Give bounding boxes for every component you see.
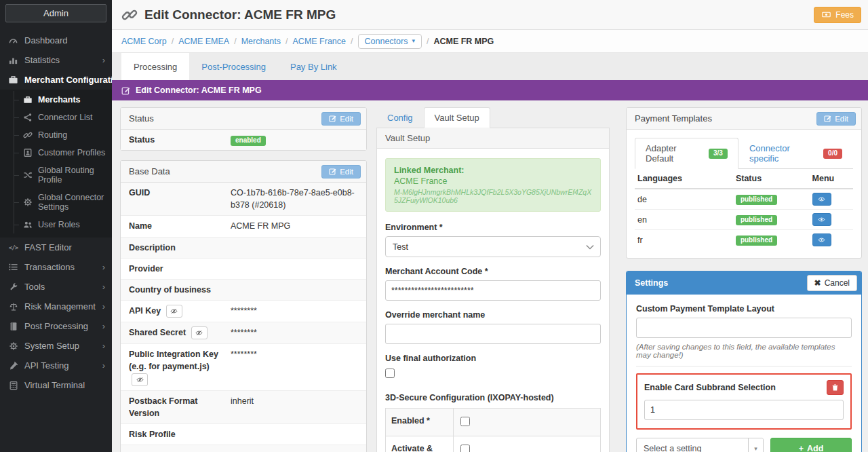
status-badge: published [736, 236, 777, 246]
breadcrumb-link[interactable]: ACME Corp [121, 37, 167, 46]
reveal-secret-button[interactable] [132, 373, 148, 386]
breadcrumb-link[interactable]: ACME France [293, 37, 347, 46]
status-edit-button[interactable]: Edit [321, 112, 361, 126]
sidebar-item-customer-profiles[interactable]: Customer Profiles [0, 144, 112, 162]
language-cell: de [635, 189, 733, 210]
gear-icon [8, 341, 18, 351]
language-cell: fr [635, 230, 733, 250]
subbrand-setting-highlight: Enable Card Subbrand Selection [636, 373, 852, 430]
environment-select[interactable]: Test [385, 236, 601, 257]
chevron-right-icon: › [102, 341, 105, 351]
caret-down-icon: ▾ [748, 438, 763, 452]
use-final-authorization-checkbox[interactable] [385, 369, 395, 378]
statistics-icon [8, 55, 18, 65]
tds-enabled-checkbox[interactable] [460, 417, 470, 426]
override-merchant-name-input[interactable] [385, 324, 601, 344]
sidebar-item-label: Routing [38, 130, 67, 140]
tab-vault-setup[interactable]: Vault Setup [424, 107, 490, 128]
main-tabs: Processing Post-Processing Pay By Link [112, 53, 868, 80]
subbrand-value-input[interactable] [644, 400, 844, 420]
sidebar-item-risk-management[interactable]: Risk Management › [0, 297, 112, 316]
custom-layout-input[interactable] [636, 318, 852, 338]
sidebar-item-dashboard[interactable]: Dashboard [0, 31, 112, 50]
tds-sca-retry-checkbox[interactable] [460, 445, 470, 452]
view-template-button[interactable] [812, 193, 831, 206]
sidebar-item-statistics[interactable]: Statistics › [0, 50, 112, 70]
table-row: Description [121, 238, 366, 259]
sidebar-item-transactions[interactable]: Transactions › [0, 257, 112, 277]
breadcrumb-link[interactable]: Merchants [241, 37, 281, 46]
tab-post-processing[interactable]: Post-Processing [189, 53, 278, 80]
payment-templates-edit-button[interactable]: Edit [816, 112, 856, 126]
linked-merchant-title: Linked Merchant: [394, 166, 592, 175]
sidebar-item-label: Statistics [24, 55, 60, 65]
share-icon [23, 113, 33, 122]
edit-label: Edit [340, 168, 353, 176]
connectors-dropdown-label: Connectors [365, 37, 408, 46]
breadcrumb-current: ACME FR MPG [433, 37, 494, 46]
fees-button[interactable]: Fees [814, 7, 861, 23]
close-icon: ✖ [814, 278, 821, 288]
sidebar-item-user-roles[interactable]: User Roles [0, 216, 112, 233]
view-template-button[interactable] [812, 233, 831, 246]
tab-processing[interactable]: Processing [121, 53, 189, 80]
sidebar-item-post-processing[interactable]: Post Processing › [0, 316, 112, 336]
users-icon [23, 220, 33, 229]
connectors-dropdown-button[interactable]: Connectors ▾ [358, 34, 422, 49]
settings-cancel-top-button[interactable]: ✖ Cancel [807, 275, 857, 291]
base-data-panel: Base Data Edit GUIDCO-1b7b-616b-78e7-8ae… [120, 160, 367, 452]
table-row: de published [635, 189, 853, 210]
briefcase-icon [23, 95, 33, 105]
sidebar-item-merchant-configuration[interactable]: Merchant Configuration › [0, 70, 112, 90]
column-header-menu: Menu [810, 169, 853, 189]
payment-templates-title: Payment Templates [635, 113, 712, 124]
use-final-authorization-label: Use final authorization [385, 354, 601, 363]
sidebar-item-system-setup[interactable]: System Setup › [0, 336, 112, 356]
sidebar-item-label: Merchants [38, 95, 81, 105]
sidebar-item-fast-editor[interactable]: </> FAST Editor [0, 238, 112, 257]
vault-setup-panel: Vault Setup Linked Merchant: ACME France… [376, 128, 610, 452]
sidebar-item-label: Customer Profiles [38, 148, 105, 157]
tab-connector-specific[interactable]: Connector specific 0/0 [738, 138, 853, 169]
sidebar-item-global-connector-settings[interactable]: Global Connector Settings [0, 189, 112, 216]
chevron-right-icon: › [102, 282, 105, 292]
sidebar-item-merchants[interactable]: Merchants [0, 91, 112, 109]
status-row: Status enabled [121, 130, 366, 150]
table-row: Risk Profile for Use with Virtual Termin… [121, 445, 366, 452]
chevron-right-icon: › [102, 360, 105, 371]
edit-label: Edit [835, 115, 848, 123]
subbrand-label: Enable Card Subbrand Selection [644, 383, 776, 392]
base-data-edit-button[interactable]: Edit [321, 165, 361, 178]
environment-label: Environment * [385, 223, 601, 232]
add-setting-button[interactable]: + Add [770, 438, 852, 452]
status-panel-title: Status [129, 113, 154, 124]
table-row: Enabled * [386, 409, 600, 436]
tab-pay-by-link[interactable]: Pay By Link [278, 53, 349, 80]
settings-panel: Settings ✖ Cancel Custom Payment Templat… [626, 271, 862, 452]
setting-select[interactable]: Select a setting ▾ [636, 438, 764, 452]
breadcrumb-link[interactable]: ACME EMEA [178, 37, 229, 46]
sidebar-item-virtual-terminal[interactable]: Virtual Terminal [0, 375, 112, 395]
sidebar-item-routing[interactable]: Routing [0, 126, 112, 144]
cancel-label: Cancel [825, 278, 850, 288]
tab-config[interactable]: Config [376, 107, 424, 128]
sidebar-item-connector-list[interactable]: Connector List [0, 109, 112, 126]
tab-adapter-default[interactable]: Adapter Default 3/3 [635, 138, 738, 169]
admin-button[interactable]: Admin [5, 4, 106, 22]
sidebar-item-tools[interactable]: Tools › [0, 277, 112, 297]
table-row: fr published [635, 230, 853, 250]
templates-table: Languages Status Menu de published [635, 169, 853, 250]
list-icon [8, 262, 18, 272]
reveal-secret-button[interactable] [191, 326, 208, 339]
profile-card-icon [23, 148, 33, 157]
sidebar-item-label: User Roles [38, 220, 80, 229]
add-label: Add [807, 444, 823, 452]
table-row: Activate & Retry on SCA soft-decline [386, 436, 600, 452]
view-template-button[interactable] [812, 213, 831, 226]
reveal-secret-button[interactable] [166, 305, 182, 318]
sidebar-item-global-routing-profile[interactable]: Global Routing Profile [0, 162, 112, 189]
delete-setting-button[interactable] [827, 380, 844, 395]
sidebar-item-api-testing[interactable]: API Testing › [0, 356, 112, 375]
tab-label: Connector specific [749, 143, 819, 164]
merchant-account-code-input[interactable] [385, 280, 601, 301]
